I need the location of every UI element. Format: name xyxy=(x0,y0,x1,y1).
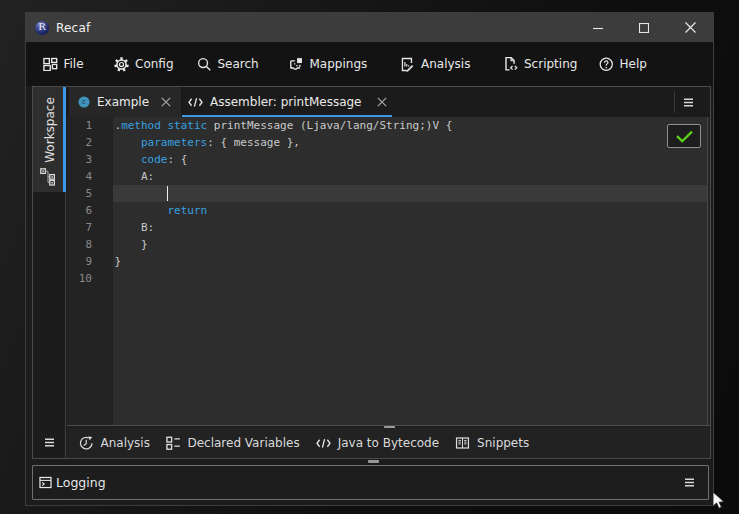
code-area[interactable]: .method static printMessage (Ljava/lang/… xyxy=(113,117,708,425)
line-number: 6 xyxy=(67,202,92,219)
menu-label: Mappings xyxy=(310,57,368,71)
code-row xyxy=(113,236,707,253)
menu-label: Scripting xyxy=(524,57,577,71)
code-token xyxy=(115,204,168,217)
tree-hierarchy-icon xyxy=(40,168,55,186)
hamburger-icon xyxy=(684,477,695,488)
menu-analysis[interactable]: Analysis xyxy=(400,42,470,86)
menu-mappings[interactable]: Mappings xyxy=(289,42,367,86)
code-row xyxy=(113,168,707,185)
code-row xyxy=(113,253,707,270)
code-token-keyword: code xyxy=(141,153,168,166)
toolbar-analysis[interactable]: Analysis xyxy=(79,436,150,451)
mappings-icon xyxy=(289,57,304,72)
line-number: 7 xyxy=(67,219,92,236)
tree-hierarchy-icon xyxy=(40,168,55,186)
menu-label: Help xyxy=(620,57,647,71)
logging-panel[interactable]: Logging xyxy=(32,465,709,500)
code-token: } xyxy=(115,238,148,251)
assembler-editor[interactable]: 12345678910 .method static printMessage … xyxy=(67,117,710,425)
code-token: } xyxy=(115,255,122,268)
code-token: A: xyxy=(115,170,155,183)
code-row xyxy=(113,151,707,168)
menu-label: Search xyxy=(218,57,259,71)
class-circle-icon: c xyxy=(78,96,90,108)
code-token-keyword: return xyxy=(167,204,207,217)
line-number: 1 xyxy=(67,117,92,134)
menu-bar: File Config Search Mappings Analysis Scr… xyxy=(26,42,713,86)
code-token xyxy=(115,136,142,149)
line-number: 10 xyxy=(67,270,92,287)
menu-search[interactable]: Search xyxy=(197,42,259,86)
code-token: : { message }, xyxy=(207,136,300,149)
assembler-status-button[interactable] xyxy=(667,124,701,148)
code-token: printMessage (Ljava/lang/String;)V { xyxy=(207,119,452,132)
toolbar-java-to-bytecode[interactable]: Java to Bytecode xyxy=(316,436,439,450)
line-number-gutter: 12345678910 xyxy=(67,117,113,425)
tab-example[interactable]: cExample xyxy=(69,87,182,117)
assembler-bottom-toolbar: Analysis Declared VariablesJava to Bytec… xyxy=(67,428,710,458)
code-token-keyword: static xyxy=(168,119,208,132)
tab-assembler-printmessage[interactable]: Assembler: printMessage xyxy=(182,87,392,117)
menu-config[interactable]: Config xyxy=(114,42,174,86)
svg-text:c: c xyxy=(82,97,86,106)
toolbar-label: Snippets xyxy=(477,436,529,450)
line-number: 3 xyxy=(67,151,92,168)
logging-menu-button[interactable] xyxy=(684,477,695,488)
line-number: 9 xyxy=(67,253,92,270)
code-brackets-icon xyxy=(188,97,203,108)
hamburger-icon xyxy=(683,97,694,108)
window-controls xyxy=(575,13,713,42)
toolbar-declared-variables[interactable]: Declared Variables xyxy=(166,436,300,451)
menu-file[interactable]: File xyxy=(43,42,84,86)
code-line: } xyxy=(115,253,122,270)
window-title: Recaf xyxy=(56,21,90,35)
title-bar[interactable]: R Recaf xyxy=(26,13,713,42)
workspace-grid-icon xyxy=(43,57,58,72)
code-row xyxy=(113,270,707,287)
code-row xyxy=(113,219,707,236)
maximize-button[interactable] xyxy=(621,13,667,42)
tab-label: Example xyxy=(97,95,149,109)
recaf-logo-icon: R xyxy=(35,21,49,35)
terminal-icon xyxy=(39,476,52,489)
gear-icon xyxy=(114,57,129,72)
menu-scripting[interactable]: Scripting xyxy=(503,42,577,86)
line-number: 5 xyxy=(67,185,92,202)
code-token: : { xyxy=(168,153,188,166)
line-number: 4 xyxy=(67,168,92,185)
help-circle-icon xyxy=(599,57,614,72)
code-token xyxy=(161,119,168,132)
workspace-tab-label: Workspace xyxy=(43,97,57,163)
menu-label: File xyxy=(64,57,84,71)
toolbar-label: Declared Variables xyxy=(187,436,299,450)
list-boxes-icon xyxy=(166,436,181,451)
tab-close-button[interactable] xyxy=(377,97,387,107)
minimize-button[interactable] xyxy=(575,13,621,42)
analysis-clock-icon xyxy=(79,436,94,451)
code-token-keyword: parameters xyxy=(141,136,207,149)
code-line: B: xyxy=(115,219,155,236)
code-token-keyword: method xyxy=(121,119,161,132)
toolbar-snippets[interactable]: Snippets xyxy=(455,436,529,450)
logging-panel-label: Logging xyxy=(56,475,106,490)
recaf-window: R Recaf File Config Search Mappings Anal… xyxy=(25,12,714,506)
tab-close-button[interactable] xyxy=(161,97,171,107)
main-pane: cExampleAssembler: printMessage 12345678… xyxy=(67,87,710,458)
close-icon xyxy=(685,22,696,33)
menu-label: Analysis xyxy=(421,57,470,71)
desktop-background: R Recaf File Config Search Mappings Anal… xyxy=(0,0,739,514)
code-line: } xyxy=(115,236,148,253)
code-token: B: xyxy=(115,221,155,234)
close-button[interactable] xyxy=(667,13,713,42)
logging-split-grip[interactable] xyxy=(368,460,379,463)
editor-right-strip xyxy=(708,117,710,425)
workspace-tab[interactable]: Workspace xyxy=(33,87,66,192)
hamburger-icon xyxy=(44,437,55,448)
menu-label: Config xyxy=(135,57,174,71)
tab-list-menu-button[interactable] xyxy=(670,87,706,117)
menu-help[interactable]: Help xyxy=(599,42,647,86)
workspace-tab-label-box: Workspace xyxy=(33,87,66,173)
sidebar-menu-button[interactable] xyxy=(33,437,65,448)
report-edit-icon xyxy=(400,57,415,72)
